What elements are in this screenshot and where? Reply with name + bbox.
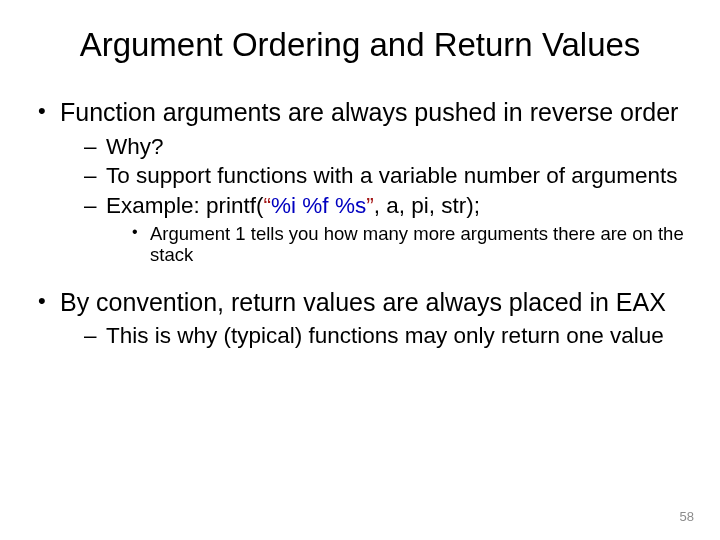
code-fmt-1: %i: [271, 193, 296, 218]
code-fmt-2: %f: [302, 193, 328, 218]
bullet-1-sub-2: To support functions with a variable num…: [84, 163, 684, 190]
code-fn-name: printf: [206, 193, 256, 218]
code-quote-open: “: [264, 193, 272, 218]
example-prefix: Example:: [106, 193, 206, 218]
code-open-paren: (: [256, 193, 264, 218]
bullet-1-sub-1: Why?: [84, 134, 684, 161]
slide-body: Function arguments are always pushed in …: [0, 64, 720, 350]
bullet-2-sublist: This is why (typical) functions may only…: [60, 323, 684, 350]
bullet-2-text: By convention, return values are always …: [60, 288, 666, 316]
code-fmt-3: %s: [335, 193, 366, 218]
code-quote-close: ”: [366, 193, 374, 218]
bullet-list: Function arguments are always pushed in …: [36, 98, 684, 350]
bullet-1-text: Function arguments are always pushed in …: [60, 98, 678, 126]
bullet-2: By convention, return values are always …: [36, 288, 684, 350]
bullet-1-sub-3-sublist: Argument 1 tells you how many more argum…: [106, 223, 684, 266]
bullet-1-sub-2-text: To support functions with a variable num…: [106, 163, 678, 188]
bullet-1-sub-1-text: Why?: [106, 134, 164, 159]
spacer: [36, 270, 684, 284]
bullet-1-sublist: Why? To support functions with a variabl…: [60, 134, 684, 266]
code-rest: , a, pi, str);: [374, 193, 480, 218]
page-number: 58: [680, 509, 694, 524]
bullet-1-sub-3: Example: printf(“%i %f %s”, a, pi, str);…: [84, 193, 684, 266]
slide: Argument Ordering and Return Values Func…: [0, 0, 720, 540]
bullet-1: Function arguments are always pushed in …: [36, 98, 684, 266]
bullet-2-sub-1: This is why (typical) functions may only…: [84, 323, 684, 350]
bullet-2-sub-1-text: This is why (typical) functions may only…: [106, 323, 664, 348]
slide-title: Argument Ordering and Return Values: [0, 0, 720, 64]
bullet-1-sub-3a-text: Argument 1 tells you how many more argum…: [150, 223, 684, 265]
bullet-1-sub-3a: Argument 1 tells you how many more argum…: [132, 223, 684, 266]
